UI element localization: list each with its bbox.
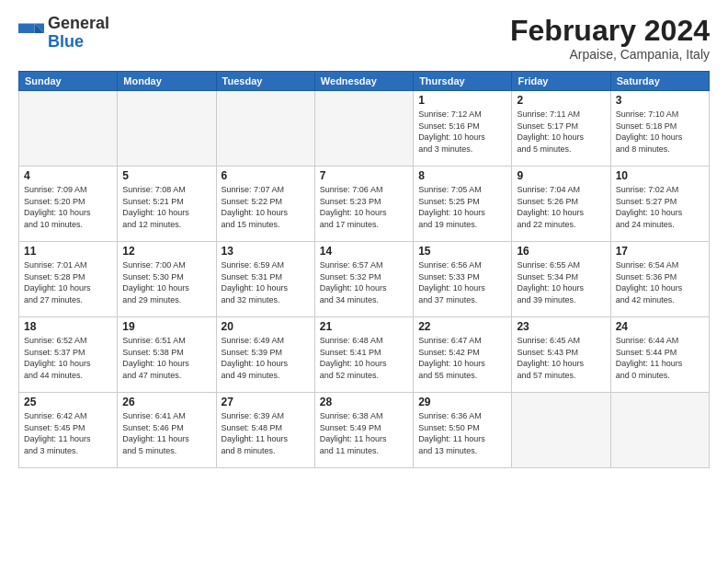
- calendar-week-row: 25Sunrise: 6:42 AM Sunset: 5:45 PM Dayli…: [19, 393, 710, 468]
- day-number: 26: [122, 396, 210, 408]
- calendar-cell: 3Sunrise: 7:10 AM Sunset: 5:18 PM Daylig…: [610, 91, 709, 167]
- weekday-header: Wednesday: [314, 72, 413, 91]
- day-number: 28: [320, 396, 408, 408]
- calendar-cell: 14Sunrise: 6:57 AM Sunset: 5:32 PM Dayli…: [314, 242, 413, 317]
- day-number: 2: [517, 94, 605, 107]
- calendar: SundayMondayTuesdayWednesdayThursdayFrid…: [18, 71, 710, 468]
- calendar-cell: 17Sunrise: 6:54 AM Sunset: 5:36 PM Dayli…: [610, 242, 709, 317]
- day-info: Sunrise: 7:04 AM Sunset: 5:26 PM Dayligh…: [517, 184, 605, 230]
- logo-general-text: General: [48, 14, 109, 32]
- day-number: 21: [320, 320, 408, 333]
- calendar-cell: 4Sunrise: 7:09 AM Sunset: 5:20 PM Daylig…: [19, 167, 118, 242]
- calendar-cell: [512, 393, 610, 468]
- calendar-week-row: 4Sunrise: 7:09 AM Sunset: 5:20 PM Daylig…: [19, 167, 710, 242]
- calendar-cell: [314, 91, 413, 167]
- day-info: Sunrise: 7:00 AM Sunset: 5:30 PM Dayligh…: [122, 259, 210, 305]
- day-info: Sunrise: 7:02 AM Sunset: 5:27 PM Dayligh…: [616, 184, 704, 230]
- calendar-cell: 28Sunrise: 6:38 AM Sunset: 5:49 PM Dayli…: [314, 393, 413, 468]
- calendar-cell: [118, 91, 216, 167]
- day-info: Sunrise: 6:44 AM Sunset: 5:44 PM Dayligh…: [616, 335, 704, 381]
- day-info: Sunrise: 6:45 AM Sunset: 5:43 PM Dayligh…: [517, 335, 605, 381]
- logo-icon: [18, 20, 44, 46]
- calendar-cell: 27Sunrise: 6:39 AM Sunset: 5:48 PM Dayli…: [216, 393, 314, 468]
- subtitle: Arpaise, Campania, Italy: [510, 47, 710, 62]
- calendar-cell: 8Sunrise: 7:05 AM Sunset: 5:25 PM Daylig…: [414, 167, 512, 242]
- day-info: Sunrise: 7:12 AM Sunset: 5:16 PM Dayligh…: [418, 109, 506, 155]
- calendar-cell: 29Sunrise: 6:36 AM Sunset: 5:50 PM Dayli…: [414, 393, 512, 468]
- day-number: 22: [418, 320, 506, 333]
- calendar-cell: 11Sunrise: 7:01 AM Sunset: 5:28 PM Dayli…: [19, 242, 118, 317]
- day-info: Sunrise: 6:38 AM Sunset: 5:49 PM Dayligh…: [320, 410, 408, 456]
- calendar-cell: 22Sunrise: 6:47 AM Sunset: 5:42 PM Dayli…: [414, 317, 512, 393]
- calendar-cell: 19Sunrise: 6:51 AM Sunset: 5:38 PM Dayli…: [118, 317, 216, 393]
- weekday-header: Saturday: [610, 72, 709, 91]
- day-info: Sunrise: 6:48 AM Sunset: 5:41 PM Dayligh…: [320, 335, 408, 381]
- day-info: Sunrise: 6:55 AM Sunset: 5:34 PM Dayligh…: [517, 259, 605, 305]
- page: General Blue February 2024 Arpaise, Camp…: [0, 0, 728, 563]
- logo-text: General Blue: [48, 15, 109, 52]
- day-number: 3: [616, 94, 704, 107]
- day-info: Sunrise: 6:41 AM Sunset: 5:46 PM Dayligh…: [122, 410, 210, 456]
- calendar-cell: 24Sunrise: 6:44 AM Sunset: 5:44 PM Dayli…: [610, 317, 709, 393]
- calendar-cell: 21Sunrise: 6:48 AM Sunset: 5:41 PM Dayli…: [314, 317, 413, 393]
- day-number: 11: [24, 245, 112, 258]
- day-number: 18: [24, 320, 112, 333]
- calendar-cell: 5Sunrise: 7:08 AM Sunset: 5:21 PM Daylig…: [118, 167, 216, 242]
- day-number: 29: [418, 396, 506, 408]
- day-number: 17: [616, 245, 704, 258]
- day-info: Sunrise: 7:05 AM Sunset: 5:25 PM Dayligh…: [418, 184, 506, 230]
- calendar-cell: 20Sunrise: 6:49 AM Sunset: 5:39 PM Dayli…: [216, 317, 314, 393]
- day-number: 7: [320, 169, 408, 182]
- header: General Blue February 2024 Arpaise, Camp…: [18, 15, 710, 62]
- calendar-cell: 23Sunrise: 6:45 AM Sunset: 5:43 PM Dayli…: [512, 317, 610, 393]
- day-info: Sunrise: 7:09 AM Sunset: 5:20 PM Dayligh…: [24, 184, 112, 230]
- day-info: Sunrise: 7:08 AM Sunset: 5:21 PM Dayligh…: [122, 184, 210, 230]
- calendar-cell: 25Sunrise: 6:42 AM Sunset: 5:45 PM Dayli…: [19, 393, 118, 468]
- day-number: 19: [122, 320, 210, 333]
- title-block: February 2024 Arpaise, Campania, Italy: [510, 15, 710, 62]
- calendar-cell: 16Sunrise: 6:55 AM Sunset: 5:34 PM Dayli…: [512, 242, 610, 317]
- day-number: 20: [222, 320, 310, 333]
- weekday-header: Thursday: [414, 72, 512, 91]
- day-number: 1: [418, 94, 506, 107]
- day-info: Sunrise: 6:54 AM Sunset: 5:36 PM Dayligh…: [616, 259, 704, 305]
- day-number: 13: [222, 245, 310, 258]
- day-number: 5: [122, 169, 210, 182]
- day-info: Sunrise: 6:36 AM Sunset: 5:50 PM Dayligh…: [418, 410, 506, 456]
- calendar-cell: 10Sunrise: 7:02 AM Sunset: 5:27 PM Dayli…: [610, 167, 709, 242]
- calendar-cell: 1Sunrise: 7:12 AM Sunset: 5:16 PM Daylig…: [414, 91, 512, 167]
- day-info: Sunrise: 6:42 AM Sunset: 5:45 PM Dayligh…: [24, 410, 112, 456]
- day-info: Sunrise: 7:10 AM Sunset: 5:18 PM Dayligh…: [616, 109, 704, 155]
- calendar-cell: 15Sunrise: 6:56 AM Sunset: 5:33 PM Dayli…: [414, 242, 512, 317]
- day-number: 23: [517, 320, 605, 333]
- calendar-week-row: 11Sunrise: 7:01 AM Sunset: 5:28 PM Dayli…: [19, 242, 710, 317]
- weekday-header: Tuesday: [216, 72, 314, 91]
- day-info: Sunrise: 6:56 AM Sunset: 5:33 PM Dayligh…: [418, 259, 506, 305]
- calendar-cell: 2Sunrise: 7:11 AM Sunset: 5:17 PM Daylig…: [512, 91, 610, 167]
- calendar-header-row: SundayMondayTuesdayWednesdayThursdayFrid…: [19, 72, 710, 91]
- day-number: 24: [616, 320, 704, 333]
- day-number: 25: [24, 396, 112, 408]
- weekday-header: Sunday: [19, 72, 118, 91]
- day-info: Sunrise: 6:49 AM Sunset: 5:39 PM Dayligh…: [222, 335, 310, 381]
- day-number: 6: [222, 169, 310, 182]
- day-number: 4: [24, 169, 112, 182]
- calendar-week-row: 18Sunrise: 6:52 AM Sunset: 5:37 PM Dayli…: [19, 317, 710, 393]
- calendar-cell: 7Sunrise: 7:06 AM Sunset: 5:23 PM Daylig…: [314, 167, 413, 242]
- day-number: 12: [122, 245, 210, 258]
- day-info: Sunrise: 6:52 AM Sunset: 5:37 PM Dayligh…: [24, 335, 112, 381]
- calendar-cell: 12Sunrise: 7:00 AM Sunset: 5:30 PM Dayli…: [118, 242, 216, 317]
- month-title: February 2024: [510, 15, 710, 47]
- day-number: 9: [517, 169, 605, 182]
- svg-rect-2: [18, 23, 35, 33]
- calendar-cell: [19, 91, 118, 167]
- day-info: Sunrise: 6:39 AM Sunset: 5:48 PM Dayligh…: [222, 410, 310, 456]
- day-info: Sunrise: 7:07 AM Sunset: 5:22 PM Dayligh…: [222, 184, 310, 230]
- weekday-header: Monday: [118, 72, 216, 91]
- day-number: 27: [222, 396, 310, 408]
- day-info: Sunrise: 6:57 AM Sunset: 5:32 PM Dayligh…: [320, 259, 408, 305]
- calendar-cell: 9Sunrise: 7:04 AM Sunset: 5:26 PM Daylig…: [512, 167, 610, 242]
- calendar-cell: 18Sunrise: 6:52 AM Sunset: 5:37 PM Dayli…: [19, 317, 118, 393]
- calendar-cell: 26Sunrise: 6:41 AM Sunset: 5:46 PM Dayli…: [118, 393, 216, 468]
- weekday-header: Friday: [512, 72, 610, 91]
